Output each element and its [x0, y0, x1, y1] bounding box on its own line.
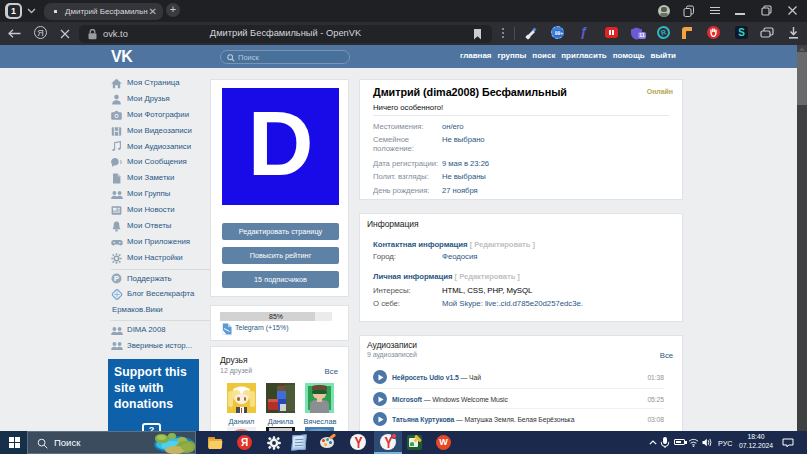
svg-text:P: P — [114, 274, 119, 283]
